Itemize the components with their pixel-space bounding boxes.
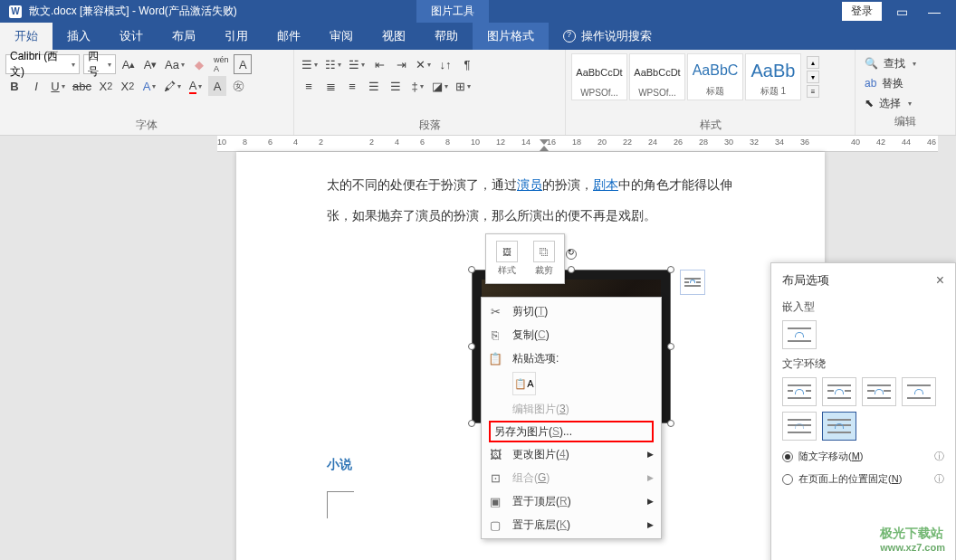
resize-handle[interactable] (468, 343, 475, 350)
menu-change-picture-label: 更改图片 (512, 448, 556, 460)
style-item[interactable]: AaBbC标题 (687, 53, 743, 100)
char-border-button[interactable]: A (234, 54, 252, 74)
tab-mailings[interactable]: 邮件 (263, 23, 315, 50)
menu-change-picture[interactable]: 🖼 更改图片(4) ▶ (482, 442, 661, 466)
change-picture-icon: 🖼 (485, 448, 505, 461)
font-color-button[interactable]: A▾ (186, 76, 205, 96)
phonetic-guide-button[interactable]: wénA (212, 54, 231, 74)
menu-send-back[interactable]: ▢ 置于底层(K) ▶ (482, 513, 661, 536)
style-item[interactable]: AaBbCcDtWPSOf... (629, 53, 685, 100)
subscript-button[interactable]: X2 (97, 76, 115, 96)
bold-button[interactable]: B (5, 76, 24, 96)
fixed-position-option[interactable]: 在页面上的位置固定(N) ⓘ (782, 472, 944, 486)
tab-layout[interactable]: 布局 (158, 23, 210, 50)
char-shading-button[interactable]: A (208, 76, 226, 96)
hyperlink[interactable]: 演员 (517, 177, 542, 192)
wrap-tight[interactable] (822, 377, 856, 406)
grow-font-button[interactable]: A▴ (120, 54, 138, 74)
tab-review[interactable]: 审阅 (315, 23, 368, 50)
show-marks-button[interactable]: ¶ (458, 54, 476, 74)
align-right-button[interactable]: ≡ (343, 76, 361, 96)
ribbon-display-options-icon[interactable]: ▭ (889, 2, 914, 22)
tab-insert[interactable]: 插入 (53, 23, 105, 50)
tab-references[interactable]: 引用 (210, 23, 263, 50)
font-size-select[interactable]: 四号▾ (83, 54, 116, 74)
resize-handle[interactable] (468, 266, 475, 273)
underline-button[interactable]: U▾ (49, 76, 67, 96)
mini-style-button[interactable]: 🖼 样式 (490, 238, 523, 280)
style-gallery-expand[interactable]: ≡ (807, 85, 819, 98)
close-icon[interactable]: × (936, 272, 944, 289)
mini-crop-button[interactable]: ⿻ 裁剪 (527, 238, 560, 280)
increase-indent-button[interactable]: ⇥ (392, 54, 410, 74)
hyperlink[interactable]: 剧本 (593, 177, 618, 192)
superscript-button[interactable]: X2 (119, 76, 137, 96)
menu-save-as-picture[interactable]: 另存为图片(S)... (489, 421, 654, 442)
layout-options-button[interactable] (680, 270, 705, 295)
style-gallery[interactable]: AaBbCcDtWPSOf... AaBbCcDtWPSOf... AaBbC标… (571, 53, 849, 100)
wrap-through[interactable] (862, 377, 896, 406)
login-button[interactable]: 登录 (842, 2, 882, 21)
change-case-button[interactable]: Aa▾ (163, 54, 186, 74)
resize-handle[interactable] (667, 266, 674, 273)
sort-button[interactable]: ↓↑ (436, 54, 454, 74)
wrap-behind[interactable] (782, 412, 817, 441)
multilevel-button[interactable]: ☱▾ (347, 54, 367, 74)
decrease-indent-button[interactable]: ⇤ (370, 54, 388, 74)
align-left-button[interactable]: ≡ (300, 76, 318, 96)
style-scroll-down[interactable]: ▾ (807, 71, 819, 83)
menu-copy[interactable]: ⎘ 复制(C) (482, 323, 661, 346)
tab-picture-format[interactable]: 图片格式 (473, 23, 549, 50)
ruler-tick: 24 (648, 138, 657, 147)
distribute-button[interactable]: ☰ (387, 76, 405, 96)
bring-front-icon: ▣ (485, 495, 505, 508)
italic-button[interactable]: I (27, 76, 45, 96)
wrap-top-bottom[interactable] (902, 377, 936, 406)
info-icon[interactable]: ⓘ (934, 450, 944, 463)
tab-view[interactable]: 视图 (368, 23, 420, 50)
resize-handle[interactable] (667, 420, 674, 427)
paste-option-keep-source[interactable]: 📋A (512, 372, 536, 395)
tab-help[interactable]: 帮助 (420, 23, 473, 50)
clear-format-button[interactable]: ◆ (190, 54, 208, 74)
borders-button[interactable]: ⊞▾ (454, 76, 473, 96)
tab-home[interactable]: 开始 (0, 23, 53, 50)
highlight-button[interactable]: 🖍▾ (162, 76, 183, 96)
move-with-text-option[interactable]: 随文字移动(M) ⓘ (782, 450, 944, 463)
bullets-button[interactable]: ☰▾ (300, 54, 320, 74)
line-spacing-button[interactable]: ‡▾ (408, 76, 426, 96)
menu-bring-front[interactable]: ▣ 置于顶层(R) ▶ (482, 489, 661, 513)
horizontal-ruler[interactable]: 1086422468101214161820222426283032343640… (217, 136, 938, 152)
select-button[interactable]: ⬉选择▾ (865, 93, 946, 113)
rotate-handle[interactable] (566, 249, 577, 260)
find-button[interactable]: 🔍查找▾ (865, 53, 946, 73)
text-effects-button[interactable]: A▾ (140, 76, 158, 96)
style-item[interactable]: AaBbCcDtWPSOf... (571, 53, 627, 100)
align-center-button[interactable]: ≣ (321, 76, 339, 96)
style-scroll-up[interactable]: ▴ (807, 56, 819, 69)
replace-button[interactable]: ab替换 (865, 73, 946, 93)
shading-button[interactable]: ◪▾ (430, 76, 450, 96)
strikethrough-button[interactable]: abc (71, 76, 93, 96)
resize-handle[interactable] (568, 266, 575, 273)
hotkey: T (538, 305, 544, 318)
tab-design[interactable]: 设计 (105, 23, 158, 50)
justify-button[interactable]: ☰ (365, 76, 383, 96)
document-page[interactable]: 太的不同的处便在于扮演了，通过演员的扮演，剧本中的角色才能得以伸张，如果抛弃了演… (236, 152, 825, 560)
document-title: 散文.docx [兼容模式] - Word(产品激活失败) (29, 4, 237, 19)
info-icon[interactable]: ⓘ (934, 472, 944, 486)
style-item[interactable]: AaBb标题 1 (745, 53, 801, 100)
numbering-button[interactable]: ☷▾ (323, 54, 343, 74)
tell-me-search[interactable]: 操作说明搜索 (549, 23, 666, 50)
text-direction-button[interactable]: ✕▾ (414, 54, 433, 74)
resize-handle[interactable] (667, 343, 674, 350)
wrap-square[interactable] (782, 377, 817, 406)
wrap-inline[interactable] (782, 320, 817, 349)
menu-cut[interactable]: ✂ 剪切(T) (482, 299, 661, 323)
resize-handle[interactable] (468, 420, 475, 427)
wrap-front[interactable] (822, 412, 856, 441)
shrink-font-button[interactable]: A▾ (141, 54, 159, 74)
minimize-icon[interactable]: — (922, 2, 947, 22)
enclose-char-button[interactable]: ㊛ (230, 76, 248, 96)
font-name-select[interactable]: Calibri (西文)▾ (5, 54, 80, 74)
